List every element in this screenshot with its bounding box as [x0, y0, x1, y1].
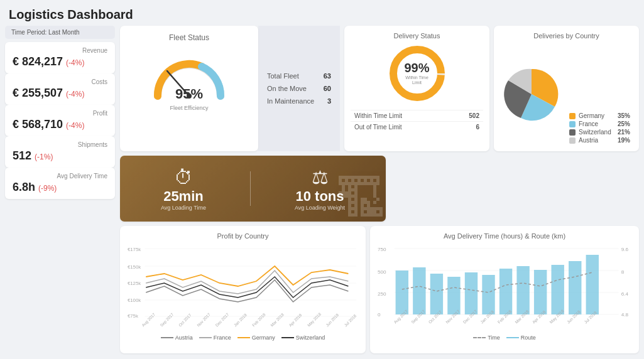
kpi-value-costs: € 255,507 (-4%): [13, 87, 107, 100]
delivery-sub: Within Time Limit: [401, 75, 433, 86]
fleet-stat-label: On the Move: [267, 85, 307, 92]
country-legend-item: Austria 19%: [569, 137, 630, 144]
profit-chart-svg: €175k €150k €125k €100k €75k: [126, 242, 359, 330]
country-legend-pct: 35%: [618, 112, 630, 119]
svg-rect-44: [499, 269, 512, 314]
svg-text:Sep 2017: Sep 2017: [159, 312, 175, 328]
kpi-change-costs: (-4%): [66, 90, 84, 99]
kpi-change-shipments: (-1%): [35, 153, 53, 161]
delivery-legend-item: Route: [506, 335, 536, 341]
profit-legend-line: [199, 337, 212, 338]
kpi-change-avg-delivery-time: (-9%): [38, 184, 57, 193]
kpi-card-costs: Costs € 255,507 (-4%): [5, 73, 115, 105]
svg-text:500: 500: [378, 269, 386, 275]
svg-text:Jul 2018: Jul 2018: [343, 313, 357, 328]
kpi-card-revenue: Revenue € 824,217 (-4%): [5, 42, 115, 73]
fleet-efficiency-label: Fleet Efficiency: [170, 105, 209, 111]
svg-text:Apr 2018: Apr 2018: [288, 313, 303, 328]
page-title: Logistics Dashboard: [0, 0, 644, 26]
svg-text:Dec 2017: Dec 2017: [214, 312, 229, 328]
weight-icon: ⚖: [312, 166, 329, 188]
country-legend-label: France: [579, 121, 598, 127]
svg-text:€75k: €75k: [128, 313, 138, 319]
middle-right-spacer: [390, 156, 639, 222]
svg-text:€100k: €100k: [128, 297, 141, 303]
kpi-change-revenue: (-4%): [66, 58, 84, 67]
svg-text:€150k: €150k: [128, 264, 141, 270]
delivery-legend-label: Route: [521, 335, 536, 341]
delivery-stat-value: 6: [476, 124, 479, 131]
fleet-stat-value: 63: [324, 72, 331, 80]
kpi-label-avg-delivery-time: Avg Delivery Time: [13, 173, 107, 180]
delivery-stat-row: Within Time Limit502: [351, 110, 483, 121]
loading-weight-label: Avg Loading Weight: [295, 205, 345, 211]
loading-divider: [250, 171, 251, 206]
delivery-legend-label: Time: [488, 335, 500, 341]
country-legend-item: Germany 35%: [569, 112, 630, 119]
kpi-change-profit: (-4%): [66, 121, 84, 130]
svg-rect-39: [413, 267, 425, 314]
svg-text:0: 0: [378, 312, 381, 318]
country-legend-item: Switzerland 21%: [569, 129, 630, 136]
delivery-stats: Within Time Limit502Out of Time Limit6: [351, 110, 483, 132]
kpi-value-revenue: € 824,217 (-4%): [13, 55, 107, 68]
delivery-status-card: Delivery Status 99% Within Time Limit Wi…: [344, 26, 489, 151]
profit-chart-legend: Austria France Germany Switzerland: [126, 335, 359, 341]
kpi-label-shipments: Shipments: [13, 141, 107, 148]
country-legend-label: Switzerland: [579, 129, 611, 136]
svg-text:9.6: 9.6: [621, 247, 629, 252]
profit-legend-label: France: [214, 335, 231, 341]
svg-text:Feb 2018: Feb 2018: [251, 312, 266, 328]
fleet-stat-label: Total Fleet: [267, 72, 299, 80]
country-legend-dot: [569, 121, 576, 127]
kpi-label-revenue: Revenue: [13, 47, 107, 54]
sidebar: Time Period: Last Month Revenue € 824,21…: [5, 26, 115, 353]
fleet-stat-row: On the Move60: [267, 85, 331, 92]
fleet-status-title: Fleet Status: [169, 33, 209, 42]
profit-legend-label: Austria: [175, 335, 193, 341]
middle-row: 🏗 ⏱ 25min Avg Loading Time ⚖ 10 tons Avg…: [120, 156, 639, 222]
svg-text:€175k: €175k: [128, 247, 141, 252]
kpi-value-shipments: 512 (-1%): [13, 149, 107, 163]
fleet-stat-value: 60: [324, 85, 331, 92]
svg-text:Aug 2017: Aug 2017: [141, 312, 156, 328]
kpi-card-shipments: Shipments 512 (-1%): [5, 136, 115, 168]
svg-text:Jun 2018: Jun 2018: [325, 313, 340, 328]
profit-chart-card: Profit by Country €175k €150k €125k €100…: [120, 226, 366, 353]
country-legend-label: Austria: [579, 137, 598, 144]
country-pie-svg: [500, 65, 563, 124]
svg-rect-49: [586, 255, 599, 314]
delivery-status-title: Delivery Status: [394, 32, 440, 40]
svg-text:Mar 2018: Mar 2018: [270, 312, 285, 328]
svg-text:750: 750: [378, 247, 386, 252]
svg-rect-40: [430, 274, 443, 314]
profit-legend-label: Germany: [252, 335, 275, 341]
fleet-stat-row: Total Fleet63: [267, 72, 331, 80]
loading-time-value: 25min: [163, 188, 204, 205]
delivery-legend-line: [506, 337, 519, 338]
loading-time-label: Avg Loading Time: [161, 205, 206, 211]
svg-rect-47: [551, 265, 564, 314]
profit-legend-label: Switzerland: [296, 335, 325, 341]
svg-text:250: 250: [378, 291, 386, 297]
delivery-legend-item: Time: [473, 335, 500, 341]
loading-card: 🏗 ⏱ 25min Avg Loading Time ⚖ 10 tons Avg…: [120, 156, 386, 222]
svg-text:Nov 2017: Nov 2017: [196, 312, 211, 328]
delivery-legend-line: [473, 337, 486, 338]
svg-rect-46: [534, 270, 547, 314]
fleet-status-card: Fleet Status: [120, 26, 258, 151]
kpi-value-profit: € 568,710 (-4%): [13, 118, 107, 131]
svg-text:Jan 2018: Jan 2018: [233, 313, 248, 328]
country-legend-item: France 25%: [569, 121, 630, 127]
kpi-label-costs: Costs: [13, 78, 107, 85]
fleet-stat-label: In Maintenance: [267, 97, 314, 105]
fleet-stat-row: In Maintenance3: [267, 97, 331, 105]
top-row: Fleet Status: [120, 26, 639, 151]
by-country-card: Deliveries by Country Germany 35: [494, 26, 639, 151]
delivery-time-title: Avg Delivery Time (hours) & Route (km): [376, 232, 633, 240]
delivery-time-svg: 750 500 250 0 9.6 8 6.4 4.8: [376, 242, 633, 330]
svg-text:Oct 2017: Oct 2017: [178, 313, 192, 328]
svg-rect-43: [482, 275, 494, 314]
country-legend-dot: [569, 137, 576, 144]
delivery-stat-row: Out of Time Limit6: [351, 121, 483, 132]
